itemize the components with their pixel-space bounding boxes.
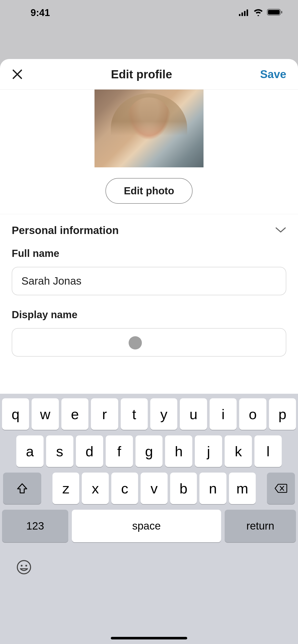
svg-point-7 [17,561,31,574]
key-v[interactable]: v [141,473,167,504]
svg-rect-0 [239,14,240,16]
key-a[interactable]: a [16,435,44,467]
cursor-indicator [129,336,142,349]
save-button[interactable]: Save [260,68,286,81]
key-m[interactable]: m [229,473,256,504]
key-l[interactable]: l [254,435,282,467]
display-name-input[interactable] [12,328,286,357]
svg-rect-1 [241,12,243,16]
section-header[interactable]: Personal information [12,224,286,237]
cellular-icon [239,7,250,18]
edit-profile-modal: Edit profile Save Edit photo Personal in… [0,59,298,644]
status-bar: 9:41 [0,0,298,25]
shift-key[interactable] [3,473,41,504]
backspace-key[interactable] [267,473,295,504]
photo-section: Edit photo [0,90,298,214]
svg-point-9 [25,565,27,567]
keyboard: qwertyuiop asdfghjkl zxcvbnm 123 space r… [0,394,298,644]
key-f[interactable]: f [106,435,133,467]
numeric-key[interactable]: 123 [2,510,68,542]
key-s[interactable]: s [46,435,73,467]
key-t[interactable]: t [121,398,148,430]
full-name-input[interactable] [12,267,286,295]
personal-information-section: Personal information Full name Display n… [0,214,298,368]
svg-rect-2 [244,11,246,16]
key-k[interactable]: k [225,435,252,467]
key-j[interactable]: j [195,435,222,467]
key-g[interactable]: g [136,435,163,467]
key-x[interactable]: x [82,473,109,504]
svg-rect-5 [268,10,280,14]
svg-rect-3 [247,9,248,16]
chevron-down-icon [275,226,286,235]
modal-header: Edit profile Save [0,59,298,90]
key-d[interactable]: d [76,435,103,467]
svg-point-8 [21,565,23,567]
key-n[interactable]: n [199,473,226,504]
emoji-icon[interactable] [16,560,32,578]
key-b[interactable]: b [170,473,197,504]
key-z[interactable]: z [52,473,79,504]
wifi-icon [253,7,263,18]
section-title: Personal information [12,224,119,237]
key-u[interactable]: u [180,398,207,430]
key-p[interactable]: p [269,398,296,430]
key-i[interactable]: i [210,398,237,430]
key-e[interactable]: e [61,398,88,430]
status-time: 9:41 [31,7,50,18]
key-r[interactable]: r [91,398,118,430]
key-y[interactable]: y [150,398,177,430]
key-w[interactable]: w [32,398,59,430]
home-indicator[interactable] [111,637,187,639]
status-indicators [239,7,283,18]
edit-photo-button[interactable]: Edit photo [105,178,193,204]
profile-avatar [94,90,204,167]
key-o[interactable]: o [239,398,266,430]
key-q[interactable]: q [2,398,29,430]
svg-rect-6 [281,11,282,13]
battery-icon [267,7,283,18]
return-key[interactable]: return [225,510,296,542]
key-c[interactable]: c [111,473,138,504]
key-h[interactable]: h [165,435,192,467]
close-button[interactable] [12,69,23,80]
display-name-label: Display name [12,309,286,320]
page-title: Edit profile [111,67,172,81]
full-name-label: Full name [12,248,286,259]
space-key[interactable]: space [72,510,221,542]
